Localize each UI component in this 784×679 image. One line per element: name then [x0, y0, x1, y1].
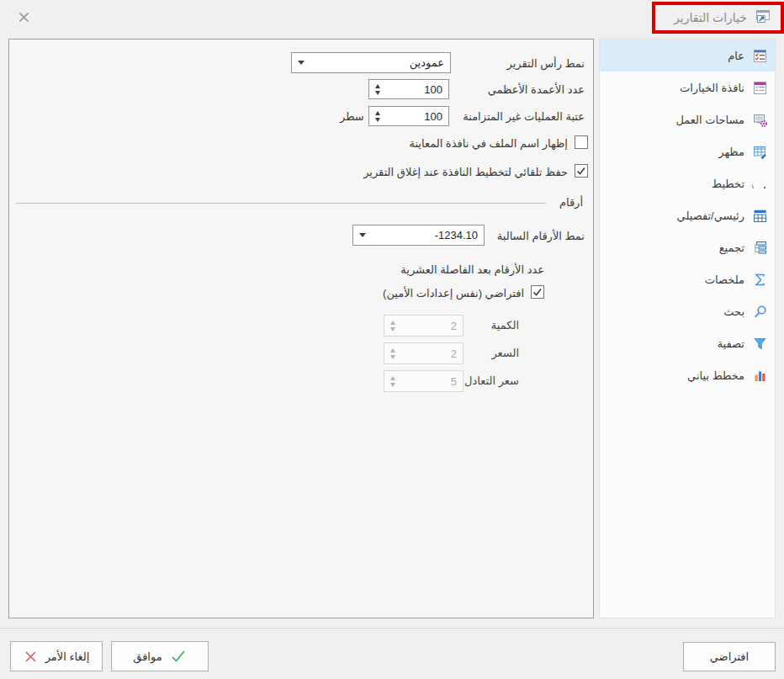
report-options-icon — [754, 7, 772, 29]
breakeven-price-label: سعر التعادل — [464, 374, 519, 387]
chevron-down-icon[interactable] — [353, 233, 372, 237]
chevron-down-icon[interactable] — [292, 61, 310, 65]
sidebar-item-workspaces[interactable]: مساحات العمل — [600, 103, 775, 135]
default-decimals-checkbox[interactable] — [531, 285, 544, 299]
cancel-button[interactable]: إلغاء الأمر — [10, 641, 103, 671]
spinner-arrows-icon[interactable] — [369, 84, 386, 95]
spinner-arrows-icon — [384, 321, 401, 332]
show-filename-label[interactable]: إظهار اسم الملف في نافذة المعاينة — [409, 137, 568, 150]
price-label: السعر — [491, 347, 519, 359]
default-button-label: افتراضي — [710, 650, 749, 663]
decimals-label: عدد الأرقام بعد الفاصلة العشرية — [400, 263, 544, 276]
chart-icon — [751, 367, 768, 384]
spinner-arrows-icon — [384, 348, 401, 359]
general-options-panel: نمط رأس التقرير عمودين عدد الأعمدة الأعظ… — [8, 39, 594, 618]
sidebar-item-general[interactable]: عام — [600, 40, 775, 72]
master-detail-icon — [751, 207, 768, 224]
page-title: خيارات التقارير — [674, 11, 747, 24]
autosave-layout-label[interactable]: حفظ تلقائي لتخطيط النافذة عند إغلاق التق… — [363, 166, 568, 178]
autosave-layout-checkbox[interactable] — [575, 164, 588, 178]
max-columns-value[interactable]: 100 — [386, 83, 448, 96]
price-spinner: 2 — [384, 342, 464, 364]
general-icon — [751, 47, 768, 64]
sidebar-item-filter[interactable]: تصفية — [600, 327, 775, 359]
spinner-arrows-icon[interactable] — [369, 111, 386, 122]
checkmark-icon — [576, 166, 586, 176]
sidebar-item-layout[interactable]: A تخطيط — [600, 167, 775, 199]
options-window-icon — [751, 79, 768, 96]
async-threshold-label: عتبة العمليات غير المتزامنة — [463, 110, 585, 123]
sidebar-item-label: نافذة الخيارات — [680, 82, 744, 94]
negative-style-combobox[interactable]: -1234.10 — [352, 225, 485, 246]
appearance-icon — [751, 143, 768, 160]
negative-style-value: -1234.10 — [372, 229, 484, 241]
sidebar-item-summaries[interactable]: ملخصات — [600, 263, 775, 295]
price-value: 2 — [401, 347, 463, 360]
svg-text:A: A — [752, 177, 755, 190]
sidebar-item-options-window[interactable]: نافذة الخيارات — [600, 72, 775, 103]
filter-icon — [751, 335, 768, 352]
close-button[interactable] — [13, 7, 34, 27]
sidebar-item-label: تصفية — [718, 337, 744, 350]
layout-icon: A — [751, 175, 768, 192]
cancel-button-label: إلغاء الأمر — [45, 650, 90, 663]
async-threshold-spinner[interactable]: 100 — [368, 106, 449, 126]
sidebar-item-chart[interactable]: مخطط بياني — [600, 359, 775, 391]
sidebar-item-label: مساحات العمل — [675, 114, 744, 126]
sidebar-item-label: مظهر — [718, 146, 744, 158]
ok-button-label: موافق — [133, 650, 162, 663]
quantity-label: الكمية — [491, 319, 519, 332]
default-decimals-label[interactable]: افتراضي (نفس إعدادات الأمين) — [383, 287, 524, 300]
sidebar-item-search[interactable]: بحث — [600, 295, 775, 327]
sidebar-item-grouping[interactable]: تجميع — [600, 231, 775, 263]
sidebar-item-label: ملخصات — [705, 273, 744, 286]
max-columns-spinner[interactable]: 100 — [368, 79, 449, 99]
spinner-arrows-icon — [384, 376, 401, 387]
annotation-highlight: خيارات التقارير — [652, 2, 784, 34]
sidebar-item-appearance[interactable]: مظهر — [600, 135, 775, 167]
grouping-icon — [751, 239, 768, 256]
close-icon — [18, 11, 30, 24]
numbers-group-caption: أرقام — [559, 196, 583, 209]
category-sidebar: عام نافذة الخيارات — [599, 39, 776, 618]
workspaces-icon — [751, 111, 768, 128]
async-threshold-suffix: سطر — [340, 110, 364, 123]
report-header-style-label: نمط رأس التقرير — [507, 57, 585, 70]
max-columns-label: عدد الأعمدة الأعظمي — [488, 83, 585, 96]
sidebar-item-label: رئيسي/تفصيلي — [677, 210, 744, 222]
report-options-dialog: خيارات التقارير عام — [0, 0, 784, 679]
show-filename-checkbox[interactable] — [575, 135, 588, 149]
breakeven-price-value: 5 — [401, 375, 463, 388]
sidebar-item-master-detail[interactable]: رئيسي/تفصيلي — [600, 199, 775, 231]
cancel-x-icon — [24, 650, 38, 664]
quantity-value: 2 — [401, 320, 463, 332]
checkmark-icon — [532, 287, 543, 297]
default-button[interactable]: افتراضي — [683, 642, 776, 671]
search-icon — [751, 303, 768, 320]
summaries-icon — [751, 271, 768, 288]
ok-check-icon — [170, 649, 187, 664]
quantity-spinner: 2 — [384, 315, 464, 337]
sidebar-item-label: مخطط بياني — [687, 369, 744, 382]
sidebar-item-label: عام — [728, 50, 744, 62]
breakeven-price-spinner: 5 — [384, 370, 464, 392]
report-header-style-combobox[interactable]: عمودين — [291, 52, 451, 73]
sidebar-item-label: بحث — [723, 305, 744, 318]
sidebar-item-label: تخطيط — [712, 178, 744, 190]
ok-button[interactable]: موافق — [111, 641, 209, 671]
report-header-style-value: عمودين — [310, 56, 450, 69]
negative-style-label: نمط الأرقام السالبة — [497, 230, 585, 242]
footer-divider — [0, 628, 784, 629]
async-threshold-value[interactable]: 100 — [386, 110, 448, 123]
numbers-group-line — [16, 203, 546, 204]
sidebar-item-label: تجميع — [719, 241, 744, 254]
